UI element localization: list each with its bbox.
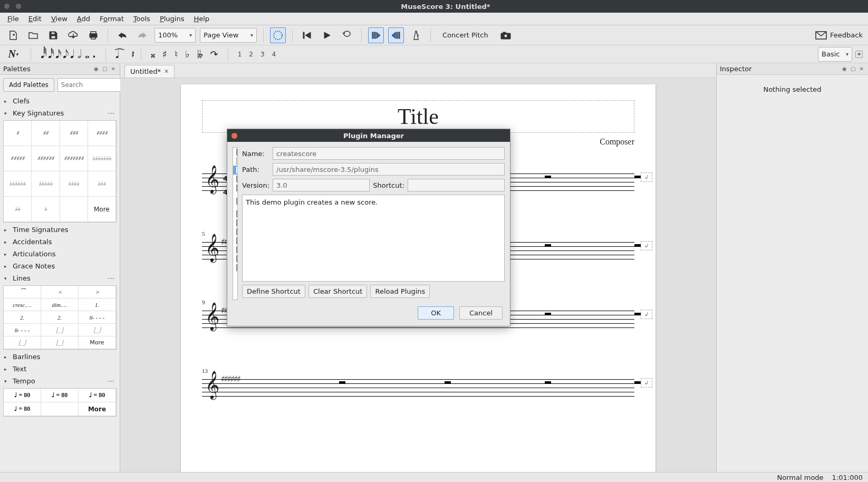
keysig-cell[interactable]: ♯♯♯♯ [88,121,116,146]
workspace-combo[interactable]: Basic ▾ [818,47,852,62]
tempo-cell[interactable]: ♩ = 80 [4,389,41,402]
menu-edit[interactable]: Edit [24,14,46,24]
voice-4-button[interactable]: 4 [272,51,276,58]
menu-file[interactable]: File [3,14,23,24]
cancel-button[interactable]: Cancel [459,306,503,320]
keysig-cell[interactable]: ♭♭ [4,197,32,222]
cloud-button[interactable] [65,27,81,43]
lines-cell[interactable]: dim.… [41,298,79,311]
lines-cell[interactable]: 8- - - - [4,324,41,336]
undo-button[interactable] [114,27,130,43]
palette-section-text[interactable]: ▸Text [0,363,120,375]
plugin-checkbox[interactable] [236,255,237,262]
plugin-row-panel[interactable]: panel [233,209,238,218]
lines-cell[interactable]: cresc.… [4,298,41,311]
rewind-button[interactable] [299,27,315,43]
plugin-row-run[interactable]: run [233,236,238,245]
play-button[interactable] [319,27,335,43]
keysig-cell[interactable]: ♭♭♭♭♭♭♭ [88,146,116,171]
feedback-button[interactable]: Feedback [815,31,863,40]
menu-add[interactable]: Add [73,14,94,24]
plugin-checkbox[interactable] [236,167,238,173]
flip-icon[interactable]: ↷ [210,49,218,60]
plugin-row-random2[interactable]: random2 [233,227,238,236]
viewmode-combo[interactable]: Page View ▾ [200,28,257,43]
plugin-row-createscore[interactable]: createscore [233,166,238,175]
plugin-checkbox[interactable] [236,237,237,244]
metronome-wheel-button[interactable] [270,27,286,43]
camera-button[interactable] [498,27,514,43]
plugin-checkbox[interactable] [236,185,237,191]
concert-pitch-button[interactable]: Concert Pitch [437,31,494,39]
metronome-button[interactable] [408,27,424,43]
palette-section-barlines[interactable]: ▸Barlines [0,351,120,363]
voice-2-button[interactable]: 2 [249,51,253,58]
natural-icon[interactable]: ♮ [175,49,178,60]
keysig-cell[interactable]: ♭♭♭ [88,171,116,197]
palette-section-tempo[interactable]: ▾Tempo⋯ [0,375,120,387]
plugin-version-field[interactable] [273,179,370,191]
score-title[interactable]: Title [202,104,634,129]
plugin-checkbox[interactable] [236,158,238,165]
reload-plugins-button[interactable]: Reload Plugins [370,285,430,298]
lines-cell[interactable]: ⎿⏌ [41,324,79,336]
tempo-cell[interactable]: ♩ = 80 [41,389,79,402]
plugin-checkbox[interactable] [236,210,237,217]
keysig-cell[interactable]: ♯♯♯ [60,121,88,146]
flat-icon[interactable]: ♭ [185,49,190,60]
staff-system[interactable]: 13𝄞♯♯♯♯♯♯↲ [202,363,634,410]
lines-cell[interactable]: ⁀ [4,286,41,298]
plugin-list[interactable]: abc_importcolornotescreatescorehelloqmln… [233,147,238,300]
flat2-icon[interactable]: 𝄫 [197,49,203,60]
tempo-cell[interactable]: ♩ = 80 [79,389,116,402]
sharp2-icon[interactable]: 𝄪 [151,49,155,60]
plugin-row-scorelist[interactable]: scorelist [233,245,238,254]
panel-controls-icon[interactable]: ◉ ▢ ✕ [94,66,117,72]
palette-section-accidentals[interactable]: ▸Accidentals [0,236,120,248]
title-frame[interactable]: Title [202,100,634,133]
dialog-titlebar[interactable]: Plugin Manager [227,129,510,142]
dialog-close-icon[interactable] [232,133,237,139]
voice-3-button[interactable]: 3 [261,51,265,58]
lines-cell[interactable]: 1. [79,298,116,311]
loop-button[interactable] [339,27,355,43]
tempo-cell[interactable]: ♩ = 80 [4,402,41,416]
plugin-row-view[interactable]: view [233,254,238,263]
sharp-icon[interactable]: ♯ [162,49,167,60]
lines-cell[interactable]: 8- - - - [79,311,116,324]
tie-icon[interactable]: 𝅘𝅥⁀ [115,48,124,61]
define-shortcut-button[interactable]: Define Shortcut [242,285,305,298]
plugin-checkbox[interactable] [236,198,237,205]
keysig-cell[interactable] [60,197,88,222]
append-frame-handle[interactable]: ↲ [641,378,652,388]
add-palettes-button[interactable]: Add Palettes [3,78,54,92]
redo-button[interactable] [134,27,150,43]
plugin-row-colornotes[interactable]: colornotes [233,157,238,166]
menu-plugins[interactable]: Plugins [156,14,189,24]
lines-cell[interactable]: ⎿⏌ [79,324,116,336]
tempo-cell[interactable] [41,402,79,416]
print-button[interactable] [85,27,101,43]
lines-cell[interactable]: ＞ [79,286,116,298]
plugin-row-random[interactable]: random [233,218,238,227]
plugin-name-field[interactable] [273,147,505,160]
menu-format[interactable]: Format [95,14,128,24]
plugin-row-abc_import[interactable]: abc_import [233,148,238,157]
clear-shortcut-button[interactable]: Clear Shortcut [308,285,368,298]
plugin-path-field[interactable] [273,163,505,176]
lines-cell[interactable]: ⎿⏌ [4,336,41,349]
keysig-cell[interactable]: ♭ [32,197,60,222]
keysig-cell[interactable]: ♭♭♭♭♭♭ [4,171,32,197]
plugin-checkbox[interactable] [236,264,237,271]
tempo-more-button[interactable]: More [79,402,116,416]
keysig-cell[interactable]: ♭♭♭♭♭ [32,171,60,197]
menu-tools[interactable]: Tools [129,14,155,24]
keysig-cell[interactable]: ♯♯♯♯♯♯♯ [60,146,88,171]
palette-section-timesigs[interactable]: ▸Time Signatures [0,224,120,236]
open-button[interactable] [25,27,41,43]
ok-button[interactable]: OK [418,306,454,320]
palette-section-gracenotes[interactable]: ▸Grace Notes [0,260,120,272]
lines-cell[interactable]: 2. [41,311,79,324]
keysig-cell[interactable]: ♯ [4,121,32,146]
plugin-checkbox[interactable] [236,228,237,235]
